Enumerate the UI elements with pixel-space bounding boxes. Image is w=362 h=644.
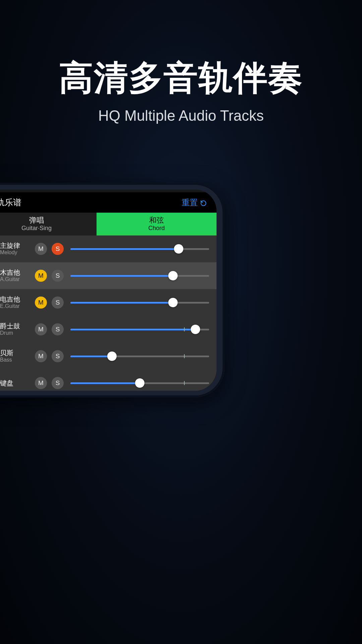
app-screen: 多轨乐谱 重置 弹唱Guitar·Sing和弦Chord 主旋律MelodyMS… [0,190,217,391]
slider-thumb[interactable] [135,378,144,388]
track-name: 贝斯Bass [0,349,30,363]
phone-mockup: 多轨乐谱 重置 弹唱Guitar·Sing和弦Chord 主旋律MelodyMS… [0,183,225,397]
track-name-cn: 木吉他 [0,269,30,276]
track-name: 木吉他A.Guitar [0,269,30,282]
hero: 高清多音轨伴奏 HQ Multiple Audio Tracks [0,55,362,124]
solo-button[interactable]: S [52,350,64,362]
track-list: 主旋律MelodyMS木吉他A.GuitarMS电吉他E.GuitarMS爵士鼓… [0,235,217,391]
track-row[interactable]: 键盘MS [0,370,217,391]
reset-button[interactable]: 重置 [182,197,207,208]
slider-fill [70,248,179,250]
tab-label-en: Chord [148,225,165,232]
topbar: 多轨乐谱 重置 [0,192,217,213]
slider-tick [184,354,185,358]
track-name-cn: 贝斯 [0,349,30,357]
solo-button[interactable]: S [52,243,64,255]
track-name: 主旋律Melody [0,242,30,256]
slider-thumb[interactable] [191,325,200,334]
track-name: 爵士鼓Drum [0,322,30,336]
track-row[interactable]: 电吉他E.GuitarMS [0,289,217,316]
track-name-en: Bass [0,357,30,363]
volume-slider[interactable] [70,270,209,282]
hero-title-en: HQ Multiple Audio Tracks [0,107,362,124]
mute-button[interactable]: M [35,323,47,335]
hero-title-cn: 高清多音轨伴奏 [0,55,362,101]
track-row[interactable]: 爵士鼓DrumMS [0,316,217,343]
tab-label-cn: 弹唱 [29,216,44,225]
track-row[interactable]: 贝斯BassMS [0,343,217,370]
slider-fill [70,329,195,330]
mute-button[interactable]: M [35,350,47,362]
track-row[interactable]: 主旋律MelodyMS [0,235,217,262]
slider-thumb[interactable] [174,244,183,254]
track-name-en: E.Guitar [0,303,30,309]
volume-slider[interactable] [70,323,209,335]
slider-fill [70,382,140,384]
volume-slider[interactable] [70,243,209,255]
track-name-cn: 电吉他 [0,296,30,303]
mute-button[interactable]: M [35,297,47,309]
track-name-cn: 键盘 [0,379,30,387]
track-name-cn: 主旋律 [0,242,30,250]
track-name-en: Drum [0,330,30,336]
slider-fill [70,275,173,277]
volume-slider[interactable] [70,377,209,389]
mode-tabs: 弹唱Guitar·Sing和弦Chord [0,213,217,235]
track-name: 键盘 [0,379,30,387]
slider-thumb[interactable] [107,352,117,361]
track-name: 电吉他E.Guitar [0,296,30,309]
solo-button[interactable]: S [52,377,64,389]
slider-fill [70,302,173,304]
tab-label-en: Guitar·Sing [21,225,52,232]
slider-tick [184,381,185,385]
track-row[interactable]: 木吉他A.GuitarMS [0,262,217,289]
track-name-en: Melody [0,250,30,256]
page-title: 多轨乐谱 [0,197,21,208]
tab-chord[interactable]: 和弦Chord [97,213,217,235]
slider-thumb[interactable] [168,271,178,280]
mute-button[interactable]: M [35,270,47,282]
tab-label-cn: 和弦 [149,216,164,225]
mute-button[interactable]: M [35,377,47,389]
track-name-en: A.Guitar [0,276,30,282]
reset-icon [200,199,207,206]
solo-button[interactable]: S [52,270,64,282]
reset-label: 重置 [182,197,198,208]
slider-tick [184,327,185,331]
volume-slider[interactable] [70,350,209,362]
track-name-cn: 爵士鼓 [0,322,30,330]
slider-thumb[interactable] [168,298,178,307]
volume-slider[interactable] [70,297,209,309]
solo-button[interactable]: S [52,323,64,335]
slider-fill [70,356,112,357]
solo-button[interactable]: S [52,297,64,309]
tab-guitar-sing[interactable]: 弹唱Guitar·Sing [0,213,97,235]
mute-button[interactable]: M [35,243,47,255]
